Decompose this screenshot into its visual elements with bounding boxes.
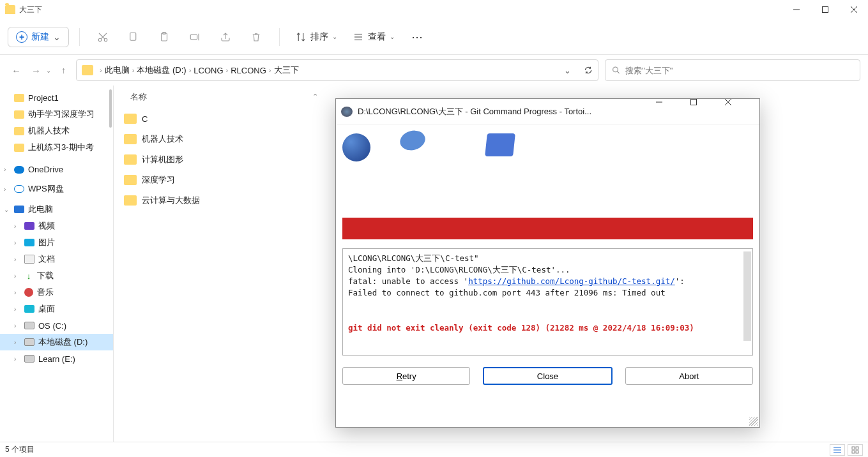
- plus-icon: +: [16, 31, 27, 43]
- folder-icon: [124, 154, 137, 165]
- rename-icon[interactable]: [182, 26, 208, 49]
- dialog-buttons: RRetryetry Close Abort: [336, 356, 759, 385]
- folder-row[interactable]: 深度学习: [114, 170, 331, 190]
- tree-item-disk-d[interactable]: ›本地磁盘 (D:): [0, 334, 113, 350]
- disk-icon: [24, 322, 34, 329]
- tree-item-wps[interactable]: ›WPS网盘: [0, 181, 113, 197]
- delete-icon[interactable]: [243, 26, 269, 49]
- scrollbar[interactable]: [743, 251, 751, 341]
- copy-icon[interactable]: [121, 26, 146, 49]
- crumb-rlcong[interactable]: RLCONG: [231, 66, 266, 75]
- resize-grip[interactable]: [749, 417, 758, 426]
- view-label: 查看: [368, 31, 386, 43]
- tree-item-pictures[interactable]: ›图片: [0, 234, 113, 251]
- window-controls: [782, 0, 868, 19]
- chevron-right-icon: ›: [132, 66, 135, 74]
- view-icons-button[interactable]: [848, 444, 863, 456]
- chevron-down-icon[interactable]: ⌄: [564, 66, 571, 75]
- folder-icon: [14, 110, 24, 119]
- music-icon: [24, 288, 33, 297]
- view-details-button[interactable]: [830, 444, 845, 456]
- tree-item-deeplearn[interactable]: 动手学习深度学习: [0, 106, 113, 123]
- svg-rect-1: [822, 7, 828, 13]
- tree-item-project1[interactable]: Project1: [0, 89, 113, 106]
- crumb-current[interactable]: 大三下: [274, 64, 299, 76]
- refresh-button[interactable]: [584, 66, 593, 75]
- tree-item-documents[interactable]: ›文档: [0, 251, 113, 267]
- search-input[interactable]: [625, 66, 853, 75]
- tree-item-desktop[interactable]: ›桌面: [0, 301, 113, 317]
- log-output[interactable]: \LCONG\RLCONG\大三下\C-test" Cloning into '…: [342, 248, 753, 356]
- retry-button[interactable]: RRetryetry: [342, 367, 470, 385]
- svg-rect-20: [852, 451, 855, 453]
- abort-button[interactable]: Abort: [625, 367, 753, 385]
- tree-item-robot[interactable]: 机器人技术: [0, 123, 113, 139]
- folder-row[interactable]: 云计算与大数据: [114, 190, 331, 211]
- picture-icon: [24, 239, 34, 246]
- close-button[interactable]: Close: [483, 367, 612, 385]
- crumb-thispc[interactable]: 此电脑: [105, 64, 130, 76]
- pc-icon: [14, 206, 24, 213]
- repo-url-link[interactable]: https://github.com/Lcong-github/C-test.g…: [468, 276, 675, 286]
- folder-row[interactable]: C: [114, 109, 331, 129]
- tree-item-music[interactable]: ›音乐: [0, 284, 113, 301]
- folder-icon: [14, 94, 24, 102]
- paste-icon[interactable]: [151, 26, 177, 49]
- history-dropdown[interactable]: ⌄: [46, 67, 51, 74]
- tree-item-disk-c[interactable]: ›OS (C:): [0, 317, 113, 334]
- chevron-down-icon: ⌄: [390, 33, 395, 40]
- nav-row: ← → ⌄ ↑ › 此电脑 › 本地磁盘 (D:) › LCONG › RLCO…: [0, 55, 868, 86]
- view-button[interactable]: 查看 ⌄: [347, 31, 400, 43]
- column-header-name[interactable]: 名称 ⌃: [114, 86, 331, 109]
- maximize-button[interactable]: [811, 0, 839, 19]
- forward-button[interactable]: →: [31, 65, 41, 76]
- scrollbar[interactable]: [109, 89, 112, 128]
- sort-up-icon: ⌃: [312, 93, 318, 101]
- folder-icon: [14, 144, 24, 152]
- folder-row[interactable]: 机器人技术: [114, 129, 331, 149]
- breadcrumb[interactable]: › 此电脑 › 本地磁盘 (D:) › LCONG › RLCONG › 大三下…: [76, 59, 598, 81]
- video-icon: [24, 222, 34, 230]
- folder-row[interactable]: 计算机图形: [114, 149, 331, 170]
- git-progress-dialog: D:\LCONG\RLCONG\大三下 - Git Command Progre…: [335, 98, 760, 428]
- chevron-down-icon: ⌄: [53, 32, 61, 42]
- download-icon: ↓: [24, 271, 33, 280]
- dialog-minimize-button[interactable]: [656, 99, 690, 124]
- tree-item-videos[interactable]: ›视频: [0, 218, 113, 234]
- crumb-lcong[interactable]: LCONG: [194, 66, 223, 75]
- new-button[interactable]: + 新建 ⌄: [8, 27, 69, 47]
- dialog-title: D:\LCONG\RLCONG\大三下 - Git Command Progre…: [358, 106, 591, 117]
- svg-rect-21: [856, 451, 858, 453]
- up-button[interactable]: ↑: [61, 65, 66, 75]
- dialog-close-button[interactable]: [725, 99, 759, 124]
- more-button[interactable]: ⋯: [405, 30, 430, 44]
- crumb-disk-d[interactable]: 本地磁盘 (D:): [137, 64, 186, 76]
- svg-line-14: [617, 71, 619, 73]
- tree-item-downloads[interactable]: ›↓下载: [0, 267, 113, 284]
- dialog-titlebar[interactable]: D:\LCONG\RLCONG\大三下 - Git Command Progre…: [336, 99, 759, 124]
- statusbar: 5 个项目: [0, 442, 868, 457]
- dialog-maximize-button[interactable]: [690, 99, 725, 124]
- search-box[interactable]: [605, 59, 860, 81]
- close-button[interactable]: [839, 0, 868, 19]
- minimize-button[interactable]: [782, 0, 811, 19]
- chevron-down-icon: ⌄: [332, 33, 337, 40]
- folder-icon: [82, 65, 93, 75]
- svg-rect-19: [856, 447, 858, 449]
- svg-rect-9: [190, 34, 197, 40]
- sort-button[interactable]: 排序 ⌄: [290, 31, 342, 43]
- folder-icon: [485, 133, 515, 156]
- tree-item-practice3[interactable]: 上机练习3-期中考: [0, 139, 113, 156]
- progress-bar: [342, 218, 753, 239]
- share-icon[interactable]: [213, 26, 238, 49]
- new-button-label: 新建: [31, 31, 49, 43]
- chevron-right-icon: ›: [269, 66, 271, 74]
- dialog-animation: [336, 124, 759, 218]
- folder-icon: [124, 175, 137, 185]
- separator: [279, 28, 280, 46]
- back-button[interactable]: ←: [11, 65, 21, 76]
- tree-item-thispc[interactable]: ⌄此电脑: [0, 201, 113, 218]
- cut-icon[interactable]: [90, 26, 116, 49]
- tree-item-onedrive[interactable]: ›OneDrive: [0, 162, 113, 177]
- tree-item-disk-e[interactable]: ›Learn (E:): [0, 350, 113, 367]
